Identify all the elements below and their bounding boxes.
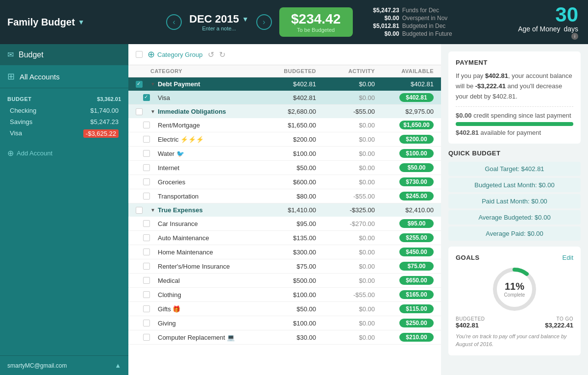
cat-row-electric[interactable]: Electric ⚡⚡⚡ $200.00 $0.00 $200.00 <box>128 132 441 147</box>
cat-checkbox-transportation[interactable] <box>143 193 150 200</box>
cat-checkbox-car-insurance[interactable] <box>143 220 150 227</box>
cat-checkbox-rent[interactable] <box>143 122 150 128</box>
cat-budgeted-internet: $50.00 <box>257 164 316 172</box>
sidebar-up-arrow[interactable]: ▲ <box>115 362 121 369</box>
circle-text: 11% Complete <box>504 281 525 298</box>
group-row-debt-payment[interactable]: ▼ Debt Payment $402.81 $0.00 $402.81 <box>128 77 441 91</box>
cat-row-transportation[interactable]: Transportation $80.00 -$55.00 $245.00 <box>128 189 441 203</box>
quick-budget-last-month-paid[interactable]: Paid Last Month: $0.00 <box>448 194 581 208</box>
cat-row-medical[interactable]: Medical $500.00 $0.00 $650.00 <box>128 274 441 288</box>
all-accounts-nav[interactable]: ⊞ All Accounts <box>0 65 128 88</box>
payment-divider <box>456 106 573 107</box>
available-badge-transportation: $245.00 <box>399 192 434 200</box>
cat-checkbox-auto-maintenance[interactable] <box>143 234 150 241</box>
account-item-savings[interactable]: Savings $5,247.23 <box>0 116 128 127</box>
cat-available-electric: $200.00 <box>375 135 434 144</box>
select-all-checkbox[interactable] <box>136 51 143 58</box>
cat-checkbox-gifts[interactable] <box>143 305 150 312</box>
cat-checkbox-clothing[interactable] <box>143 291 150 298</box>
account-name-visa: Visa <box>10 129 22 138</box>
cat-row-water[interactable]: Water 🐦 $100.00 $0.00 $100.00 <box>128 147 441 161</box>
cat-checkbox-giving[interactable] <box>143 320 150 326</box>
payment-text: If you pay $402.81, your account balance… <box>456 71 573 101</box>
available-badge-rent: $1,650.00 <box>399 121 434 129</box>
available-badge-renters-insurance: $75.00 <box>399 262 434 271</box>
stat-label-2: Budgeted in Dec <box>402 23 446 29</box>
cat-name-internet: Internet <box>158 164 257 172</box>
next-month-button[interactable]: › <box>256 14 272 30</box>
group-checkbox-immediate[interactable] <box>136 108 143 115</box>
cat-row-groceries[interactable]: Groceries $600.00 $0.00 $730.00 <box>128 175 441 189</box>
quick-budget-goal-target[interactable]: Goal Target: $402.81 <box>448 162 581 176</box>
age-days: 30 <box>555 3 578 26</box>
stat-row-0: $5,247.23 Funds for Dec <box>370 7 452 14</box>
cat-activity-auto-maintenance: $0.00 <box>316 234 375 242</box>
stat-amount-3: $0.00 <box>370 30 399 37</box>
budget-nav[interactable]: ✉ Budget <box>0 44 128 65</box>
balance-label: To be Budgeted <box>289 27 343 33</box>
cat-checkbox-electric[interactable] <box>143 136 150 143</box>
redo-icon[interactable]: ↻ <box>219 50 225 59</box>
stat-amount-1: $0.00 <box>370 15 399 22</box>
undo-icon[interactable]: ↺ <box>208 50 214 59</box>
cat-row-clothing[interactable]: Clothing $100.00 -$55.00 $165.00 <box>128 288 441 302</box>
cat-available-visa: $402.81 <box>375 93 434 102</box>
cat-checkbox-computer[interactable] <box>143 334 150 341</box>
cat-row-giving[interactable]: Giving $100.00 $0.00 $250.00 <box>128 316 441 330</box>
cat-row-visa[interactable]: Visa $402.81 $0.00 $402.81 <box>128 91 441 105</box>
cat-checkbox-visa[interactable] <box>143 94 150 101</box>
cat-activity-clothing: -$55.00 <box>316 291 375 299</box>
month-caret: ▼ <box>242 15 249 23</box>
group-checkbox-true-expenses[interactable] <box>136 207 143 214</box>
goals-circle: 11% Complete <box>492 267 537 311</box>
info-icon[interactable]: i <box>571 33 578 40</box>
goals-edit-button[interactable]: Edit <box>563 254 573 261</box>
group-row-true-expenses[interactable]: ▼ True Expenses $1,410.00 -$325.00 $2,41… <box>128 203 441 217</box>
cat-row-renters-insurance[interactable]: Renter's/Home Insurance $75.00 $0.00 $75… <box>128 259 441 274</box>
group-checkbox-debt-payment[interactable] <box>136 81 143 88</box>
main-content: ✉ Budget ⊞ All Accounts BUDGET $3,362.01… <box>0 44 588 375</box>
cat-checkbox-medical[interactable] <box>143 277 150 284</box>
account-item-checking[interactable]: Checking $1,740.00 <box>0 105 128 116</box>
accounts-icon: ⊞ <box>7 71 15 82</box>
cat-checkbox-internet[interactable] <box>143 164 150 171</box>
cat-budgeted-car-insurance: $95.00 <box>257 220 316 227</box>
cat-checkbox-groceries[interactable] <box>143 178 150 185</box>
cat-checkbox-home-maintenance[interactable] <box>143 249 150 255</box>
cat-row-gifts[interactable]: Gifts 🎁 $50.00 $0.00 $115.00 <box>128 302 441 316</box>
month-note[interactable]: Enter a note... <box>189 25 248 31</box>
budget-title-container[interactable]: Family Budget ▼ <box>7 17 85 28</box>
prev-month-button[interactable]: ‹ <box>166 14 182 30</box>
app-title: Family Budget <box>7 17 75 28</box>
add-category-group-button[interactable]: ⊕ Category Group <box>147 49 203 60</box>
cat-available-gifts: $115.00 <box>375 304 434 313</box>
quick-budget-avg-budgeted[interactable]: Average Budgeted: $0.00 <box>448 210 581 225</box>
payment-balance-result: -$3,222.41 <box>475 82 506 90</box>
header-left: Family Budget ▼ <box>0 17 128 28</box>
cat-row-rent[interactable]: Rent/Mortgage $1,650.00 $0.00 $1,650.00 <box>128 118 441 132</box>
available-badge-computer: $210.00 <box>399 333 434 342</box>
cat-checkbox-water[interactable] <box>143 150 150 157</box>
add-category-icon: ⊕ <box>147 49 155 60</box>
cat-row-computer[interactable]: Computer Replacement 💻 $30.00 $0.00 $210… <box>128 330 441 345</box>
add-account-button[interactable]: ⊕ Add Account <box>0 145 128 162</box>
cat-row-home-maintenance[interactable]: Home Maintenance $300.00 $0.00 $450.00 <box>128 245 441 259</box>
accounts-section-amount: $3,362.01 <box>97 96 121 102</box>
cat-row-auto-maintenance[interactable]: Auto Maintenance $135.00 $0.00 $255.00 <box>128 231 441 245</box>
payment-progress-bar <box>456 122 573 126</box>
add-account-icon: ⊕ <box>7 149 14 158</box>
cat-row-car-insurance[interactable]: Car Insurance $95.00 -$270.00 $95.00 <box>128 217 441 231</box>
goals-togo: TO GO $3,222.41 <box>545 316 573 329</box>
group-row-immediate[interactable]: ▼ Immediate Obligations $2,680.00 -$55.0… <box>128 105 441 118</box>
credit-spending-text: $0.00 credit spending since last payment <box>456 112 573 119</box>
group-available-true-expenses: $2,410.00 <box>375 206 434 214</box>
group-budgeted-debt-payment: $402.81 <box>257 80 316 88</box>
account-item-visa[interactable]: Visa -$3,625.22 <box>0 127 128 140</box>
quick-budget-last-month-budgeted[interactable]: Budgeted Last Month: $0.00 <box>448 178 581 192</box>
quick-budget-avg-paid[interactable]: Average Paid: $0.00 <box>448 226 581 241</box>
header: Family Budget ▼ ‹ DEC 2015 ▼ Enter a not… <box>0 0 588 44</box>
cat-row-internet[interactable]: Internet $50.00 $0.00 $50.00 <box>128 161 441 175</box>
cat-name-car-insurance: Car Insurance <box>158 220 257 227</box>
stat-row-1: $0.00 Overspent in Nov <box>370 15 452 22</box>
cat-checkbox-renters-insurance[interactable] <box>143 263 150 270</box>
